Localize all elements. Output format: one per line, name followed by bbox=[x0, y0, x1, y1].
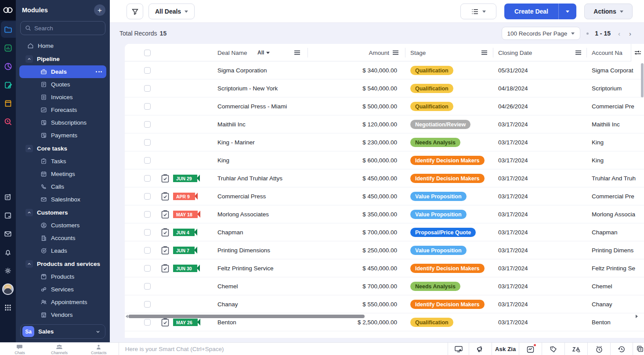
sidebar-item-vendors[interactable]: Vendors bbox=[19, 308, 106, 321]
task-due-date-ribbon[interactable]: JUN 7 bbox=[173, 247, 195, 254]
sidebar-item-quotes[interactable]: Quotes bbox=[19, 78, 106, 91]
table-row[interactable]: MAY 18Morlong Associates$ 350,000.00Valu… bbox=[125, 205, 644, 223]
row-checkbox[interactable] bbox=[144, 229, 151, 236]
sidebar-section-products-and-services[interactable]: Products and services bbox=[19, 257, 106, 270]
amount-column-menu[interactable] bbox=[393, 44, 398, 61]
table-row[interactable]: JUN 4Chapman$ 700,000.00Proposal/Price Q… bbox=[125, 223, 644, 241]
task-due-date-ribbon[interactable]: JUN 29 bbox=[173, 175, 197, 182]
row-checkbox[interactable] bbox=[144, 193, 151, 200]
announcements-button[interactable] bbox=[469, 343, 492, 355]
row-checkbox[interactable] bbox=[144, 103, 151, 110]
smart-chat-input[interactable] bbox=[125, 346, 435, 352]
vertical-scrollbar-thumb[interactable] bbox=[641, 63, 644, 97]
deal-name-cell[interactable]: Commercial Press bbox=[217, 187, 310, 205]
sidebar-item-services[interactable]: Services bbox=[19, 283, 106, 296]
deal-name-cell[interactable]: Chanay bbox=[217, 295, 310, 313]
deal-name-cell[interactable]: King bbox=[217, 151, 310, 169]
task-clipboard-icon[interactable] bbox=[161, 169, 170, 187]
task-due-date-ribbon[interactable]: JUN 30 bbox=[173, 265, 197, 272]
actions-button[interactable]: Actions bbox=[584, 4, 633, 19]
table-row[interactable]: Commercial Press - Miami$ 500,000.00Qual… bbox=[125, 97, 644, 115]
row-checkbox[interactable] bbox=[144, 247, 151, 254]
sidebar-section-customers[interactable]: Customers bbox=[19, 206, 106, 219]
task-clipboard-icon[interactable] bbox=[161, 259, 170, 277]
add-module-button[interactable]: + bbox=[94, 4, 105, 16]
deal-name-cell[interactable]: King - Mariner bbox=[217, 133, 310, 151]
column-header-closing-date[interactable]: Closing Date bbox=[498, 44, 532, 61]
sidebar-item-products[interactable]: Products bbox=[19, 270, 106, 283]
zoho-crm-logo[interactable] bbox=[0, 0, 16, 20]
task-clipboard-icon[interactable] bbox=[161, 223, 170, 241]
sidebar-item-payments[interactable]: Payments bbox=[19, 129, 106, 142]
reports-icon[interactable] bbox=[0, 39, 16, 57]
collapse-chevron-icon[interactable] bbox=[25, 209, 33, 216]
records-per-page-selector[interactable]: 100 Records Per Page bbox=[502, 27, 581, 40]
table-row[interactable]: JUN 7Printing Dimensions$ 250,000.00Valu… bbox=[125, 241, 644, 259]
deal-name-cell[interactable]: Printing Dimensions bbox=[217, 241, 310, 259]
calendar-icon[interactable] bbox=[0, 206, 16, 225]
sidebar-search[interactable] bbox=[20, 21, 105, 35]
task-due-date-ribbon[interactable]: JUN 4 bbox=[173, 229, 195, 236]
app-grid-icon[interactable] bbox=[0, 298, 16, 317]
zia-search-icon[interactable] bbox=[0, 112, 16, 131]
activities-clipboard-icon[interactable] bbox=[0, 75, 16, 94]
closing-date-column-menu[interactable] bbox=[575, 44, 581, 61]
sidebar-item-deals[interactable]: Deals bbox=[19, 65, 106, 78]
table-row[interactable]: JUN 29Truhlar And Truhlar Attys$ 450,000… bbox=[125, 169, 644, 187]
tags-button[interactable] bbox=[542, 343, 564, 355]
row-checkbox[interactable] bbox=[144, 283, 151, 290]
sidebar-item-salesinbox[interactable]: SalesInbox bbox=[19, 193, 106, 206]
deal-name-cell[interactable]: Feltz Printing Service bbox=[217, 259, 310, 277]
collapse-chevron-icon[interactable] bbox=[25, 55, 33, 63]
sidebar-item-tasks[interactable]: Tasks bbox=[19, 155, 106, 168]
collapse-chevron-icon[interactable] bbox=[25, 145, 33, 152]
more-options-icon[interactable] bbox=[96, 71, 102, 72]
horizontal-scrollbar[interactable] bbox=[125, 313, 644, 319]
row-checkbox[interactable] bbox=[144, 301, 151, 308]
column-header-deal-name[interactable]: Deal Name bbox=[217, 44, 247, 61]
deal-name-cell[interactable]: Truhlar And Truhlar Attys bbox=[217, 169, 310, 187]
settings-gear-icon[interactable] bbox=[0, 262, 16, 280]
stage-column-menu[interactable] bbox=[481, 44, 487, 61]
table-row[interactable]: Scriptorium - New York$ 540,000.00Qualif… bbox=[125, 79, 644, 97]
create-deal-button[interactable]: Create Deal bbox=[504, 4, 559, 19]
table-row[interactable]: Maithili Inc$ 120,000.00Negotiation/Revi… bbox=[125, 115, 644, 133]
zia-sketch-button[interactable] bbox=[564, 343, 587, 355]
zia-insights-button[interactable] bbox=[519, 343, 542, 355]
deal-name-filter[interactable]: All bbox=[257, 44, 270, 61]
row-checkbox[interactable] bbox=[144, 139, 151, 146]
sidebar-item-appointments[interactable]: Appointments bbox=[19, 296, 106, 308]
row-checkbox[interactable] bbox=[144, 157, 151, 164]
sidebar-item-calls[interactable]: Calls bbox=[19, 180, 106, 193]
sidebar-item-forecasts[interactable]: Forecasts bbox=[19, 104, 106, 116]
row-checkbox[interactable] bbox=[144, 121, 151, 128]
sidebar-item-leads[interactable]: Leads bbox=[19, 244, 106, 257]
deal-name-cell[interactable]: Maithili Inc bbox=[217, 115, 310, 133]
column-header-amount[interactable]: Amount bbox=[314, 44, 389, 61]
deal-name-cell[interactable]: Chapman bbox=[217, 223, 310, 241]
table-row[interactable]: Chanay$ 550,000.00Identify Decision Make… bbox=[125, 295, 644, 313]
scroll-right-arrow[interactable] bbox=[636, 315, 638, 318]
column-header-stage[interactable]: Stage bbox=[410, 44, 426, 61]
sidebar-item-subscriptions[interactable]: Subscriptions bbox=[19, 116, 106, 129]
mail-icon[interactable] bbox=[0, 225, 16, 243]
user-avatar[interactable] bbox=[0, 280, 16, 298]
row-checkbox[interactable] bbox=[144, 85, 151, 92]
table-row[interactable]: King$ 600,000.00Identify Decision Makers… bbox=[125, 151, 644, 169]
table-row[interactable]: Sigma Corporation$ 340,000.00Qualificati… bbox=[125, 61, 644, 79]
task-due-date-ribbon[interactable]: MAY 26 bbox=[173, 319, 198, 326]
task-due-date-ribbon[interactable]: APR 9 bbox=[173, 193, 195, 200]
tab-channels[interactable]: Channels bbox=[42, 343, 77, 355]
table-row[interactable]: APR 9Commercial Press$ 450,000.00Value P… bbox=[125, 187, 644, 205]
row-checkbox[interactable] bbox=[144, 319, 151, 326]
table-row[interactable]: JUN 30Feltz Printing Service$ 450,000.00… bbox=[125, 259, 644, 277]
table-row[interactable]: King - Mariner$ 230,000.00Needs Analysis… bbox=[125, 133, 644, 151]
history-button[interactable] bbox=[610, 343, 633, 355]
analytics-pie-icon[interactable] bbox=[0, 57, 16, 75]
deal-name-cell[interactable]: Morlong Associates bbox=[217, 205, 310, 223]
copy-stack-button[interactable] bbox=[633, 343, 644, 355]
task-clipboard-icon[interactable] bbox=[161, 187, 170, 205]
task-due-date-ribbon[interactable]: MAY 18 bbox=[173, 211, 198, 218]
screen-share-button[interactable] bbox=[448, 343, 469, 355]
deal-name-column-menu[interactable] bbox=[294, 44, 300, 61]
